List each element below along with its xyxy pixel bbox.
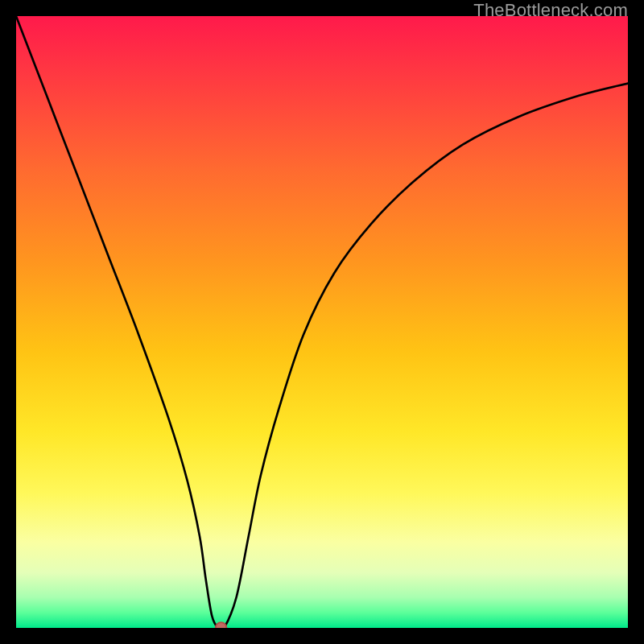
bottleneck-chart: [16, 16, 628, 628]
chart-frame: TheBottleneck.com: [0, 0, 644, 644]
gradient-background: [16, 16, 628, 628]
plot-area: [16, 16, 628, 628]
optimal-point-marker: [216, 622, 227, 628]
watermark-text: TheBottleneck.com: [473, 0, 628, 21]
